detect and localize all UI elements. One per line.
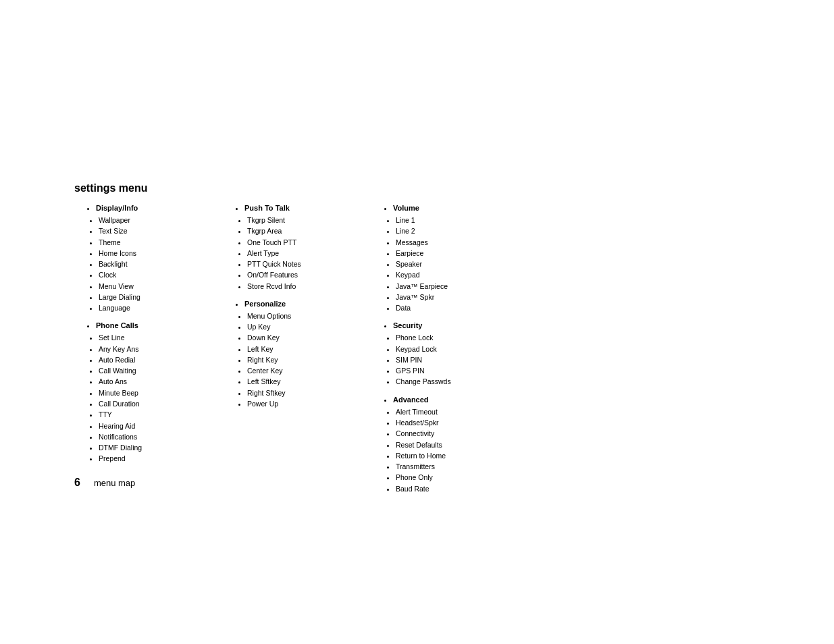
list-item: Store Rcvd Info xyxy=(247,281,371,292)
list-item: GPS PIN xyxy=(396,365,520,376)
section-advanced: Advanced Alert Timeout Headset/Spkr Conn… xyxy=(371,396,520,494)
page-title: settings menu xyxy=(74,182,793,194)
list-item: SIM PIN xyxy=(396,354,520,365)
personalize-sub-list: Menu Options Up Key Down Key Left Key Ri… xyxy=(247,311,371,409)
list-item: Tkgrp Silent xyxy=(247,215,371,225)
list-item: Home Icons xyxy=(99,248,223,259)
advanced-sub-list: Alert Timeout Headset/Spkr Connectivity … xyxy=(396,406,520,494)
list-item: Left Key xyxy=(247,344,371,354)
list-item: Phone Only xyxy=(396,472,520,483)
list-item: Left Sftkey xyxy=(247,376,371,387)
list-item: Wallpaper xyxy=(99,215,223,225)
column-1: Display/Info Wallpaper Text Size Theme H… xyxy=(74,204,223,502)
list-item: Clock xyxy=(99,269,223,280)
list-item: Up Key xyxy=(247,321,371,332)
list-item: Phone Lock xyxy=(396,332,520,343)
menu-columns: Display/Info Wallpaper Text Size Theme H… xyxy=(74,204,793,502)
list-item: PTT Quick Notes xyxy=(247,259,371,269)
phone-calls-sub-list: Set Line Any Key Ans Auto Redial Call Wa… xyxy=(99,332,223,464)
volume-sub-list: Line 1 Line 2 Messages Earpiece Speaker … xyxy=(396,215,520,313)
section-title-phone-calls: Phone Calls xyxy=(96,321,223,329)
list-item: Auto Redial xyxy=(99,354,223,365)
list-item: Notifications xyxy=(99,431,223,442)
page-container: settings menu Display/Info Wallpaper Tex… xyxy=(0,0,834,529)
column-2: Push To Talk Tkgrp Silent Tkgrp Area One… xyxy=(223,204,371,502)
section-title-display: Display/Info xyxy=(96,204,223,212)
section-security: Security Phone Lock Keypad Lock SIM PIN … xyxy=(371,321,520,387)
section-push-to-talk: Push To Talk Tkgrp Silent Tkgrp Area One… xyxy=(223,204,371,292)
list-item: Down Key xyxy=(247,332,371,343)
list-item: Headset/Spkr xyxy=(396,417,520,428)
list-item: Tkgrp Area xyxy=(247,225,371,236)
list-item: Change Passwds xyxy=(396,376,520,387)
list-item: Minute Beep xyxy=(99,387,223,398)
column-3: Volume Line 1 Line 2 Messages Earpiece S… xyxy=(371,204,520,502)
list-item: TTY xyxy=(99,409,223,420)
list-item: Speaker xyxy=(396,259,520,269)
list-item: Keypad xyxy=(396,269,520,280)
list-item: Any Key Ans xyxy=(99,344,223,354)
list-item: Messages xyxy=(396,237,520,248)
list-item: Language xyxy=(99,302,223,313)
list-item: Power Up xyxy=(247,398,371,409)
list-item: Right Key xyxy=(247,354,371,365)
section-title-personalize: Personalize xyxy=(244,300,371,308)
list-item: Call Duration xyxy=(99,398,223,409)
display-sub-list: Wallpaper Text Size Theme Home Icons Bac… xyxy=(99,215,223,313)
section-title-security: Security xyxy=(393,321,520,329)
list-item: On/Off Features xyxy=(247,269,371,280)
list-item: Connectivity xyxy=(396,428,520,439)
list-item: Large Dialing xyxy=(99,292,223,302)
page-number: 6 xyxy=(74,477,80,489)
list-item: Text Size xyxy=(99,225,223,236)
list-item: Right Sftkey xyxy=(247,387,371,398)
list-item: Earpiece xyxy=(396,248,520,259)
list-item: Reset Defaults xyxy=(396,439,520,450)
list-item: Baud Rate xyxy=(396,483,520,494)
list-item: Theme xyxy=(99,237,223,248)
list-item: Data xyxy=(396,302,520,313)
list-item: Keypad Lock xyxy=(396,344,520,354)
list-item: Prepend xyxy=(99,453,223,464)
section-volume: Volume Line 1 Line 2 Messages Earpiece S… xyxy=(371,204,520,313)
section-personalize: Personalize Menu Options Up Key Down Key… xyxy=(223,300,371,409)
list-item: Set Line xyxy=(99,332,223,343)
list-item: Backlight xyxy=(99,259,223,269)
list-item: Call Waiting xyxy=(99,365,223,376)
list-item: Hearing Aid xyxy=(99,421,223,431)
footer-text: menu map xyxy=(94,478,135,488)
list-item: Alert Timeout xyxy=(396,406,520,417)
list-item: DTMF Dialing xyxy=(99,442,223,453)
section-display-info: Display/Info Wallpaper Text Size Theme H… xyxy=(74,204,223,313)
section-phone-calls: Phone Calls Set Line Any Key Ans Auto Re… xyxy=(74,321,223,464)
list-item: Center Key xyxy=(247,365,371,376)
section-title-advanced: Advanced xyxy=(393,396,520,404)
list-item: Auto Ans xyxy=(99,376,223,387)
security-sub-list: Phone Lock Keypad Lock SIM PIN GPS PIN C… xyxy=(396,332,520,387)
section-title-volume: Volume xyxy=(393,204,520,212)
page-footer: 6 menu map xyxy=(74,477,135,489)
list-item: Menu Options xyxy=(247,311,371,321)
ptt-sub-list: Tkgrp Silent Tkgrp Area One Touch PTT Al… xyxy=(247,215,371,292)
list-item: One Touch PTT xyxy=(247,237,371,248)
list-item: Line 1 xyxy=(396,215,520,225)
list-item: Java™ Earpiece xyxy=(396,281,520,292)
list-item: Return to Home xyxy=(396,450,520,461)
list-item: Menu View xyxy=(99,281,223,292)
section-title-ptt: Push To Talk xyxy=(244,204,371,212)
list-item: Alert Type xyxy=(247,248,371,259)
list-item: Line 2 xyxy=(396,225,520,236)
list-item: Java™ Spkr xyxy=(396,292,520,302)
list-item: Transmitters xyxy=(396,461,520,472)
